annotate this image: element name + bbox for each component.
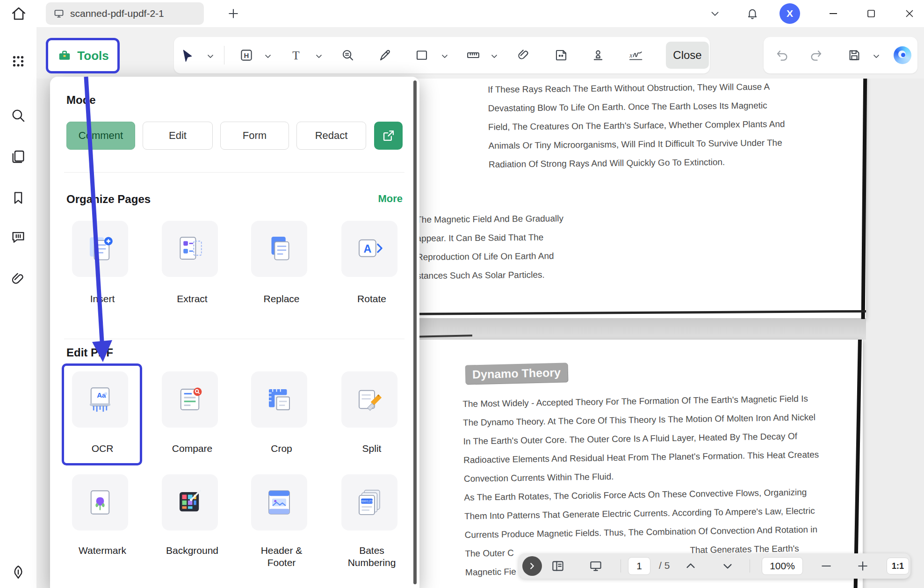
home-icon[interactable] [10,5,27,22]
panel-scrollbar[interactable] [413,80,417,584]
text-tool-button[interactable]: T [289,48,303,62]
tile-background[interactable] [162,474,218,530]
watermark-icon [85,487,116,518]
doc-line: Devastating Blow To Life On Earth. Once … [488,96,785,118]
attachments-icon[interactable] [10,271,26,287]
tile-label: Compare [155,443,230,455]
split-icon [354,384,385,415]
zoom-in-icon[interactable] [856,559,870,573]
tile-compare[interactable] [162,371,218,428]
page-thumbnails-icon[interactable] [551,559,565,573]
replace-icon [264,233,295,264]
actual-size-button[interactable]: 1:1 [887,558,909,574]
tile-label: Split [334,443,409,455]
open-in-new-window-button[interactable] [374,122,403,150]
comments-icon[interactable] [10,229,26,245]
previous-page-icon[interactable] [684,559,698,573]
extract-icon [174,233,205,264]
chevron-down-icon[interactable] [873,52,880,58]
doc-line: The Magnetic Field And Be Gradually [416,209,563,229]
crop-icon [264,384,295,415]
tile-crop[interactable] [251,371,307,428]
toolbar-divider [224,46,224,65]
tile-label: Crop [244,443,319,455]
tile-extract[interactable] [162,221,218,277]
redo-icon[interactable] [809,48,823,62]
tile-label: Header & Footer [249,544,314,569]
doc-line: appear. It Can Be Said That The [416,228,563,248]
mode-redact-button[interactable]: Redact [296,122,366,150]
shape-tool-button[interactable] [415,48,429,62]
mode-edit-button[interactable]: Edit [143,122,213,150]
tile-insert[interactable] [72,221,128,277]
doc-line: stances Such As Solar Particles. [417,265,564,285]
close-window-button[interactable] [900,0,919,27]
avatar[interactable]: X [780,3,800,24]
chevron-down-icon[interactable] [264,52,272,58]
search-text-tool-button[interactable] [341,48,355,62]
compare-icon [174,384,205,415]
monitor-icon [53,8,65,19]
rotate-icon: A [354,233,385,264]
chevron-down-icon[interactable] [315,52,323,58]
tile-watermark[interactable] [72,474,128,530]
tile-rotate[interactable]: A [341,221,397,277]
attachment-tool-button[interactable] [517,48,531,62]
select-tool-button[interactable] [180,48,195,64]
page-number-input[interactable] [628,557,650,575]
close-button[interactable]: Close [666,42,709,69]
doc-line-fragment: The Outer C [465,544,514,563]
toolbar-strip: H T [36,27,924,79]
tools-button-label: Tools [77,49,108,63]
search-icon[interactable] [10,108,26,123]
tile-label: Replace [244,293,319,305]
mode-section-title: Mode [66,94,96,107]
tile-split[interactable] [341,371,397,428]
notifications-bell-icon[interactable] [743,0,762,27]
doc-line: If These Rays Reach The Earth Without Ob… [488,77,785,99]
header-footer-icon [264,487,295,518]
tabs-dropdown-icon[interactable] [706,0,724,27]
maximize-button[interactable] [862,0,881,27]
doc-line: Radiation Of Strong Rays And Will Quickl… [489,152,786,174]
ai-assistant-icon[interactable] [894,46,911,64]
stamp-tool-button[interactable] [591,48,605,62]
section-divider [64,172,404,173]
tools-button[interactable]: Tools [46,38,120,73]
svg-text:000123: 000123 [361,499,373,503]
screen-view-icon[interactable] [589,559,603,573]
minimize-button[interactable] [824,0,843,27]
chevron-down-icon[interactable] [207,52,214,58]
expand-panel-button[interactable] [522,556,542,576]
tile-replace[interactable] [251,221,307,277]
document-tab[interactable]: scanned-pdf-updf-2-1 [46,2,204,25]
doc-line: Reproduction Of Life On Earth And [417,247,564,267]
main-toolbar: H T [174,37,710,73]
signature-tool-button[interactable]: x [628,48,644,62]
mode-form-button[interactable]: Form [220,122,289,150]
zoom-out-icon[interactable] [819,559,833,573]
chevron-down-icon[interactable] [441,52,448,58]
sticker-tool-button[interactable] [554,48,568,62]
organize-more-link[interactable]: More [378,193,403,205]
zoom-level[interactable]: 100% [762,557,803,575]
pages-icon[interactable] [10,149,26,165]
chevron-down-icon[interactable] [491,52,498,58]
new-tab-button[interactable] [226,7,240,21]
save-icon[interactable] [847,48,861,62]
doc-line: Animals Or Tiny Microorganisms, Will Fin… [488,133,785,155]
tile-header-footer[interactable] [251,474,307,530]
organize-section-title: Organize Pages [66,193,151,206]
apps-grid-icon[interactable] [10,53,26,69]
pen-tool-button[interactable] [378,48,392,62]
pen-logo-icon[interactable] [10,564,26,580]
history-toolbar [764,37,917,73]
mode-comment-button[interactable]: Comment [66,122,135,150]
highlight-tool-button[interactable]: H [239,48,253,62]
undo-icon[interactable] [775,48,789,62]
bookmark-icon[interactable] [10,190,26,206]
tile-bates-numbering[interactable]: 000123 [341,474,397,530]
measure-tool-button[interactable] [465,48,481,62]
tile-label: Bates Numbering [339,544,404,569]
next-page-icon[interactable] [721,559,735,573]
